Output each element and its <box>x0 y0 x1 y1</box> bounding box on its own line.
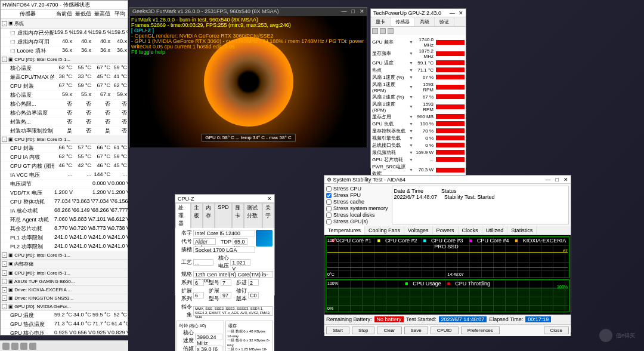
hw-sensor-row[interactable]: CPU 封装67 °C59 °C67 °C62 °C <box>1 82 128 91</box>
refresh-icon[interactable] <box>388 28 394 34</box>
chevron-down-icon[interactable]: ▼ <box>409 115 413 119</box>
chevron-down-icon[interactable]: ▼ <box>409 136 413 140</box>
aida-tab-util[interactable]: Utilized <box>482 226 508 235</box>
expand-icon[interactable]: - <box>2 270 7 276</box>
camera-icon[interactable] <box>372 28 378 34</box>
hw-sensor-row[interactable]: GPU 热点温度71.3 °C44.0 °C71.7 °C61.4 °C <box>1 320 128 329</box>
hw-sensor-row[interactable]: GPU 核心电压0.925 V0.656 V0.925 V0.829 V <box>1 329 128 335</box>
toolbar-icon[interactable] <box>20 343 27 350</box>
aida-prefs-button[interactable]: Preferences <box>461 327 500 334</box>
gpuz-sensor-row[interactable]: GPU 芯片功耗▼... <box>372 156 465 163</box>
chevron-down-icon[interactable]: ▼ <box>409 150 413 155</box>
cpuz-tab-cpu[interactable]: 处理器 <box>175 203 191 228</box>
maximize-icon[interactable]: □ <box>556 177 559 183</box>
expand-icon[interactable]: - <box>2 304 7 309</box>
expand-icon[interactable]: - <box>2 295 7 301</box>
hw-sensor-row[interactable]: 环总 Agent 功耗7.060 W5.883 W7.101 W6.612 W <box>1 215 128 224</box>
hw-section[interactable]: - ▣ CPU [#0]: Intel Core i5-1... <box>1 269 128 278</box>
toolbar-icon[interactable] <box>2 343 10 350</box>
toolbar-icon[interactable] <box>11 343 18 350</box>
cpuz-tab-gpu[interactable]: 显卡 <box>232 203 244 228</box>
cpuz-titlebar[interactable]: CPU-Z ✕ <box>175 195 274 203</box>
hw-sensor-row[interactable]: ⬚ Locore 填补36.x36.x36.x36.x <box>1 47 128 56</box>
stress-gpu-check[interactable]: Stress GPU(s) <box>326 218 388 224</box>
hw-sensor-row[interactable]: CPU 整体功耗77.034 W73.863 W77.034 W76.156 W <box>1 198 128 207</box>
close-icon[interactable]: ✕ <box>360 8 364 16</box>
hw-section[interactable]: - ▣ ASUS TUF GAMING B660... <box>1 278 128 286</box>
chevron-down-icon[interactable]: ▼ <box>409 61 413 65</box>
chevron-down-icon[interactable]: ▼ <box>409 85 413 89</box>
hw-section[interactable]: - ▣ CPU [#0]: Intel Core i5-1... <box>1 56 128 64</box>
close-icon[interactable]: ✕ <box>267 196 272 202</box>
cpuz-tab-spd[interactable]: SPD <box>215 203 232 228</box>
gpuz-tab-card[interactable]: 显卡 <box>371 17 391 26</box>
aida-save-button[interactable]: Save <box>404 327 428 334</box>
chevron-down-icon[interactable]: ▼ <box>409 122 413 126</box>
chevron-down-icon[interactable]: ▼ <box>409 158 413 162</box>
hw-sensor-row[interactable]: IA 核心功耗68.266 W66.149 W68.266 W67.777 W <box>1 207 128 215</box>
hw-section[interactable]: - ▣ GPU [#0]: NVIDIA GeFor... <box>1 303 128 311</box>
chevron-down-icon[interactable]: ▼ <box>409 51 413 56</box>
gpuz-sensor-row[interactable]: GPU 频率▼1740.0 MHz <box>372 36 465 48</box>
hw-section[interactable]: - ▣ 系统 <box>1 19 128 29</box>
chevron-down-icon[interactable]: ▼ <box>409 143 413 147</box>
hw-sensor-row[interactable]: 核心热限...否否否否 <box>1 100 128 109</box>
hw-sensor-row[interactable]: 电压调节0.000 V0.000 V <box>1 180 128 189</box>
hw-sensor-row[interactable]: 其余芯片功耗8.770 W0.720 W8.773 W0.738 W <box>1 224 128 233</box>
aida-tab-power[interactable]: Powers <box>433 226 459 235</box>
aida-tab-temps[interactable]: Temperatures <box>324 226 365 235</box>
hw-sensor-row[interactable]: 核心热边界温度否否否否 <box>1 109 128 118</box>
expand-icon[interactable]: - <box>2 261 7 267</box>
toolbar-icon[interactable] <box>29 343 36 350</box>
hw-sensor-row[interactable]: GPU 温度59.2 °C34.0 °C59.5 °C52 °C <box>1 311 128 320</box>
menu-icon[interactable] <box>380 28 386 34</box>
stress-fpu-check[interactable]: Stress FPU <box>326 192 388 198</box>
cpuz-tab-mb[interactable]: 主板 <box>191 203 203 228</box>
aida-cpuid-button[interactable]: CPUID <box>431 327 459 334</box>
maximize-icon[interactable]: □ <box>352 8 355 16</box>
gpuz-sensor-row[interactable]: 风扇 2速度 (RPM)▼1593 RPM <box>372 100 465 113</box>
gpuz-sensor-row[interactable]: 风扇 2速度 (%)▼67 % <box>372 93 465 100</box>
gpuz-tab-verify[interactable]: 验证 <box>435 17 454 26</box>
gpuz-sensor-row[interactable]: 显存控制器负载▼70 % <box>372 127 465 134</box>
minimize-icon[interactable]: — <box>450 10 455 16</box>
aida-start-button[interactable]: Start <box>326 327 349 334</box>
chevron-down-icon[interactable]: ▼ <box>409 104 413 109</box>
gpuz-titlebar[interactable]: TechPowerUp GPU-Z 2.43.0 —✕ <box>371 9 466 17</box>
aida-clear-button[interactable]: Clear <box>377 327 401 334</box>
chevron-down-icon[interactable]: ▼ <box>409 129 413 133</box>
hw-sensor-row[interactable]: 核心温度62 °C55 °C67 °C59 °C <box>1 64 128 73</box>
close-icon[interactable]: ✕ <box>564 177 568 183</box>
expand-icon[interactable]: - <box>2 279 7 284</box>
gpuz-sensor-row[interactable]: 显存频率▼1875.2 MHz <box>372 48 465 59</box>
aida-tab-fans[interactable]: Cooling Fans <box>365 226 404 235</box>
hw-sensor-row[interactable]: ⬚ 虚拟内存可用40.x40.x40.x40.x <box>1 38 128 47</box>
hwinfo-title[interactable]: HWiNFO64 v7.20-4700 - 传感器状态 <box>1 1 128 10</box>
chevron-down-icon[interactable]: ▼ <box>409 68 413 72</box>
hw-sensor-row[interactable]: CPU GT 内核 (图形)46 °C42 °C46 °C45 °C <box>1 162 128 171</box>
expand-icon[interactable]: - <box>2 57 7 62</box>
hw-sensor-row[interactable]: PL2 功率限制241.0 W241.0 W241.0 W241.0 W <box>1 242 128 251</box>
hw-section[interactable]: - ▣ Drive: KINGSTON SNS53... <box>1 294 128 303</box>
chevron-down-icon[interactable]: ▼ <box>409 168 413 172</box>
gpuz-sensor-row[interactable]: 风扇 1速度 (RPM)▼1593 RPM <box>372 81 465 93</box>
stress-disk-check[interactable]: Stress local disks <box>326 212 388 218</box>
gpuz-tab-advanced[interactable]: 高级 <box>415 17 435 26</box>
hw-sensor-row[interactable]: CPU 封装66 °C57 °C66 °C61 °C <box>1 144 128 153</box>
stress-cache-check[interactable]: Stress cache <box>326 199 388 205</box>
gpuz-sensor-row[interactable]: 总线接口负载▼0 % <box>372 141 465 149</box>
gpuz-sensor-row[interactable]: 视频引擎负载▼0 % <box>372 134 465 141</box>
aida-close-button[interactable]: Close <box>544 327 569 334</box>
aida-tab-volt[interactable]: Voltages <box>404 226 433 235</box>
gpuz-sensor-row[interactable]: 显存占用▼960 MB <box>372 113 465 120</box>
gpuz-sensor-row[interactable]: 热点▼71.1 °C <box>372 66 465 73</box>
cpuz-tab-bench[interactable]: 测试分数 <box>244 203 262 228</box>
aida-tab-stats[interactable]: Statistics <box>507 226 537 235</box>
hw-section[interactable]: - ▣ 内部存储 <box>1 260 128 269</box>
expand-icon[interactable]: - <box>2 253 7 258</box>
stress-cpu-check[interactable]: Stress CPU <box>326 186 388 192</box>
minimize-icon[interactable]: — <box>342 8 347 16</box>
hw-sensor-row[interactable]: 最高CPU/TMAX 的距离38 °C33 °C45 °C41 °C <box>1 73 128 82</box>
expand-icon[interactable]: - <box>2 21 7 26</box>
gpuz-sensor-row[interactable]: GPU 负载▼100 % <box>372 120 465 127</box>
